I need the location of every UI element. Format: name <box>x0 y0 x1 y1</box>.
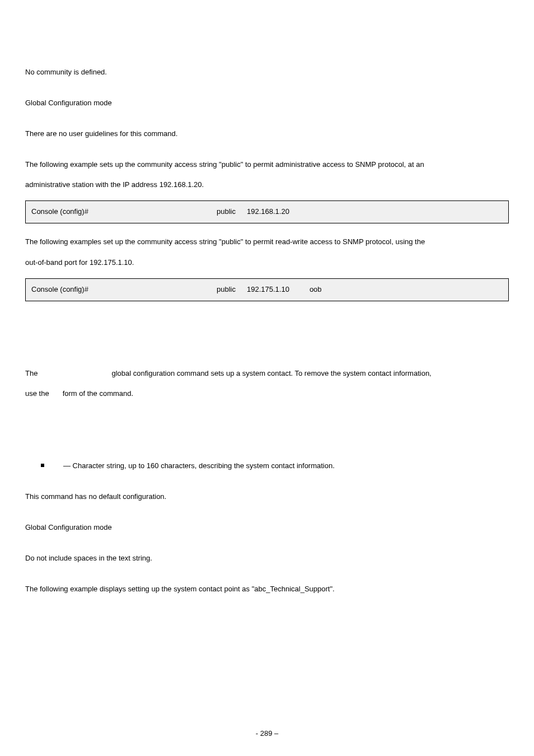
default-config-text: No community is defined. <box>25 67 509 78</box>
param-text: — Character string, up to 160 characters… <box>63 461 335 472</box>
user-guidelines-1: There are no user guidelines for this co… <box>25 129 509 139</box>
code2-public: public <box>217 284 236 295</box>
example-intro-3: The following example displays setting u… <box>25 584 509 595</box>
example-intro-1-a: The following example sets up the commun… <box>25 160 509 170</box>
desc-line1-b: global configuration command sets up a s… <box>111 369 431 377</box>
code1-ip: 192.168.1.20 <box>247 207 289 217</box>
desc-line1-a: The <box>25 369 38 377</box>
example-intro-1-b: administrative station with the IP addre… <box>25 180 509 190</box>
desc-line-2: use theform of the command. <box>25 389 509 399</box>
default-config-2: This command has no default configuratio… <box>25 492 509 502</box>
page-container: No community is defined. Global Configur… <box>0 0 534 756</box>
example-intro-2-a: The following examples set up the commun… <box>25 237 509 248</box>
code2-oob: oob <box>310 284 322 295</box>
code1-prompt: Console (config)# <box>31 207 99 217</box>
bullet-icon <box>41 464 44 467</box>
code1-public: public <box>217 207 236 217</box>
code-row-1: Console (config)# public 192.168.1.20 <box>31 207 503 217</box>
desc-line2-a: use the <box>25 389 49 398</box>
code2-prompt: Console (config)# <box>31 284 99 295</box>
desc-line-1: Theglobal configuration command sets up … <box>25 368 509 379</box>
user-guidelines-2: Do not include spaces in the text string… <box>25 553 509 564</box>
desc-line2-b: form of the command. <box>63 389 133 398</box>
page-footer: - 289 – <box>0 729 534 739</box>
param-bullet-row: — Character string, up to 160 characters… <box>41 461 509 472</box>
command-mode-text: Global Configuration mode <box>25 98 509 109</box>
code2-ip: 192.175.1.10 <box>247 284 289 295</box>
code-row-2: Console (config)# public 192.175.1.10 oo… <box>31 284 503 295</box>
code-block-2: Console (config)# public 192.175.1.10 oo… <box>25 278 509 301</box>
code-block-1: Console (config)# public 192.168.1.20 <box>25 200 509 223</box>
command-mode-2: Global Configuration mode <box>25 522 509 533</box>
example-intro-2-b: out-of-band port for 192.175.1.10. <box>25 258 509 268</box>
